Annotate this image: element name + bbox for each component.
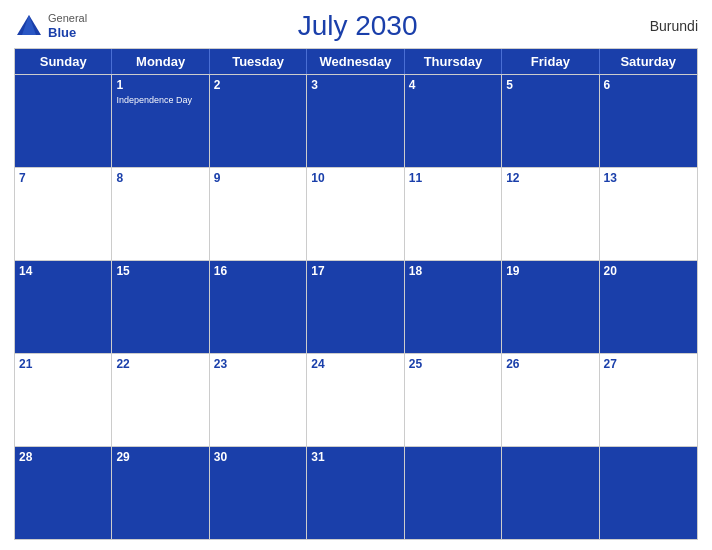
cell-date: 1 <box>116 78 204 94</box>
cell-date: 23 <box>214 357 302 373</box>
header-monday: Monday <box>112 49 209 74</box>
calendar-cell: 11 <box>405 168 502 260</box>
calendar-week-5: 28293031 <box>15 446 697 539</box>
cell-date: 29 <box>116 450 204 466</box>
cell-date: 30 <box>214 450 302 466</box>
country-label: Burundi <box>628 18 698 34</box>
cell-date: 27 <box>604 357 693 373</box>
calendar-cell: 10 <box>307 168 404 260</box>
calendar-cell: 7 <box>15 168 112 260</box>
cell-date: 12 <box>506 171 594 187</box>
cell-date: 10 <box>311 171 399 187</box>
calendar-cell: 19 <box>502 261 599 353</box>
calendar-cell: 13 <box>600 168 697 260</box>
calendar-cell <box>405 447 502 539</box>
calendar-cell: 26 <box>502 354 599 446</box>
calendar-week-1: 1Independence Day23456 <box>15 74 697 167</box>
calendar-cell: 31 <box>307 447 404 539</box>
cell-date: 4 <box>409 78 497 94</box>
cell-date: 25 <box>409 357 497 373</box>
calendar-cell: 29 <box>112 447 209 539</box>
calendar-cell: 17 <box>307 261 404 353</box>
cell-date: 2 <box>214 78 302 94</box>
calendar-cell: 2 <box>210 75 307 167</box>
header-sunday: Sunday <box>15 49 112 74</box>
calendar-cell <box>600 447 697 539</box>
header-wednesday: Wednesday <box>307 49 404 74</box>
cell-date: 9 <box>214 171 302 187</box>
calendar-cell: 9 <box>210 168 307 260</box>
cell-date: 26 <box>506 357 594 373</box>
logo-icon <box>14 11 44 41</box>
page-header: General Blue July 2030 Burundi <box>14 10 698 42</box>
cell-date: 31 <box>311 450 399 466</box>
calendar-cell: 23 <box>210 354 307 446</box>
calendar-week-3: 14151617181920 <box>15 260 697 353</box>
calendar-body: 1Independence Day23456789101112131415161… <box>15 74 697 539</box>
calendar-cell <box>502 447 599 539</box>
calendar-cell: 4 <box>405 75 502 167</box>
calendar-cell: 14 <box>15 261 112 353</box>
calendar-cell: 8 <box>112 168 209 260</box>
cell-date: 15 <box>116 264 204 280</box>
page-title: July 2030 <box>87 10 628 42</box>
calendar-cell <box>15 75 112 167</box>
cell-date: 17 <box>311 264 399 280</box>
calendar-week-2: 78910111213 <box>15 167 697 260</box>
header-friday: Friday <box>502 49 599 74</box>
cell-date: 8 <box>116 171 204 187</box>
cell-date: 11 <box>409 171 497 187</box>
cell-date: 22 <box>116 357 204 373</box>
calendar-cell: 20 <box>600 261 697 353</box>
calendar-cell: 25 <box>405 354 502 446</box>
calendar-header-row: Sunday Monday Tuesday Wednesday Thursday… <box>15 49 697 74</box>
calendar-cell: 30 <box>210 447 307 539</box>
cell-date: 24 <box>311 357 399 373</box>
calendar-cell: 21 <box>15 354 112 446</box>
calendar-cell: 16 <box>210 261 307 353</box>
calendar-cell: 28 <box>15 447 112 539</box>
calendar-cell: 12 <box>502 168 599 260</box>
logo-blue: Blue <box>48 25 87 41</box>
cell-date: 7 <box>19 171 107 187</box>
cell-event: Independence Day <box>116 95 204 106</box>
cell-date: 5 <box>506 78 594 94</box>
calendar-cell: 6 <box>600 75 697 167</box>
cell-date: 28 <box>19 450 107 466</box>
calendar-cell: 27 <box>600 354 697 446</box>
cell-date: 20 <box>604 264 693 280</box>
cell-date: 19 <box>506 264 594 280</box>
logo-text: General Blue <box>48 12 87 41</box>
calendar-cell: 1Independence Day <box>112 75 209 167</box>
cell-date: 13 <box>604 171 693 187</box>
header-saturday: Saturday <box>600 49 697 74</box>
header-tuesday: Tuesday <box>210 49 307 74</box>
calendar-page: General Blue July 2030 Burundi Sunday Mo… <box>0 0 712 550</box>
calendar-cell: 24 <box>307 354 404 446</box>
calendar-cell: 15 <box>112 261 209 353</box>
calendar-cell: 3 <box>307 75 404 167</box>
logo-general: General <box>48 12 87 25</box>
cell-date: 18 <box>409 264 497 280</box>
calendar-week-4: 21222324252627 <box>15 353 697 446</box>
calendar-grid: Sunday Monday Tuesday Wednesday Thursday… <box>14 48 698 540</box>
header-thursday: Thursday <box>405 49 502 74</box>
calendar-cell: 5 <box>502 75 599 167</box>
cell-date: 14 <box>19 264 107 280</box>
calendar-cell: 18 <box>405 261 502 353</box>
calendar-cell: 22 <box>112 354 209 446</box>
cell-date: 6 <box>604 78 693 94</box>
cell-date: 3 <box>311 78 399 94</box>
logo: General Blue <box>14 11 87 41</box>
cell-date: 16 <box>214 264 302 280</box>
cell-date: 21 <box>19 357 107 373</box>
